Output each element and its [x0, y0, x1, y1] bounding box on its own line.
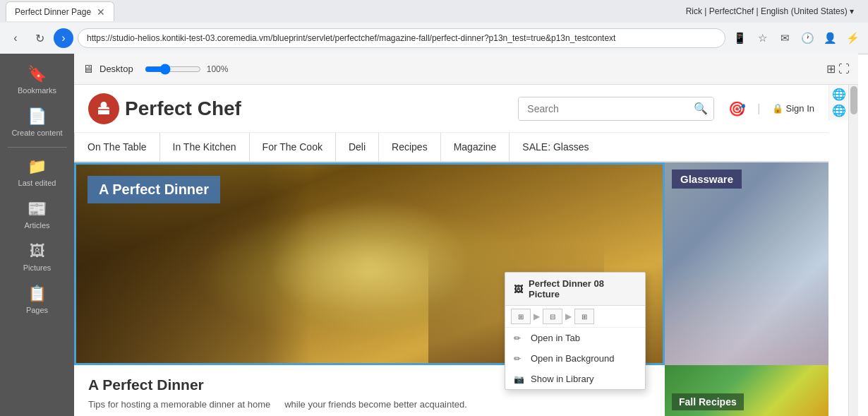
- tab-bar: Perfect Dinner Page ✕ Rick | PerfectChef…: [0, 0, 868, 23]
- zoom-slider[interactable]: [145, 64, 201, 75]
- pictures-icon: 🖼: [30, 242, 45, 261]
- ctx-open-background[interactable]: ✏ Open in Background: [505, 348, 645, 369]
- mail-icon[interactable]: ✉: [775, 28, 795, 48]
- nav-item-deli[interactable]: Deli: [336, 133, 379, 161]
- hero-title-badge: A Perfect Dinner: [88, 176, 220, 203]
- globe-icon[interactable]: 🌐: [832, 88, 846, 101]
- header-actions: 🎯 | 🔒 Sign In: [728, 100, 814, 117]
- ctx-library-icon: 📷: [514, 374, 525, 384]
- sidebar-item-pictures[interactable]: 🖼 Pictures: [6, 237, 69, 278]
- nav-item-magazine[interactable]: Magazine: [441, 133, 510, 161]
- search-input[interactable]: [519, 97, 688, 120]
- context-header-title: Perfect Dinner 08 Picture: [529, 278, 637, 299]
- ctx-icon-btn-3[interactable]: ⊞: [574, 309, 594, 324]
- create-icon: 📄: [28, 107, 47, 126]
- ctx-open-background-label: Open in Background: [531, 353, 615, 364]
- desktop-label: Desktop: [100, 64, 133, 74]
- tab-close-button[interactable]: ✕: [97, 6, 105, 18]
- ctx-open-tab[interactable]: ✏ Open in Tab: [505, 328, 645, 348]
- sidebar-item-last-edited[interactable]: 📁 Last edited: [6, 152, 69, 193]
- ctx-icon-btn-2[interactable]: ⊟: [543, 309, 562, 324]
- star-icon[interactable]: ☆: [752, 28, 772, 48]
- logo-icon: [88, 93, 119, 124]
- back-button[interactable]: ‹: [6, 28, 25, 48]
- scrollbar[interactable]: [848, 85, 858, 416]
- site-logo-text: Perfect Chef: [125, 97, 241, 120]
- scrollbar-thumb[interactable]: [850, 86, 857, 114]
- side-panel-1-title: Glassware: [672, 170, 742, 189]
- reload-button[interactable]: ↻: [30, 28, 49, 48]
- resize-icon[interactable]: ⊞: [826, 62, 836, 76]
- ctx-icon-btn-1[interactable]: ⊞: [511, 309, 531, 324]
- search-form: 🔍: [518, 97, 714, 121]
- user-info: Rick | PerfectChef | English (United Sta…: [677, 6, 862, 16]
- site-nav: On The Table In The Kitchen For The Cook…: [74, 133, 828, 162]
- side-panel-glassware: Glassware: [665, 162, 828, 365]
- monitor-icon: 🖥: [83, 63, 94, 76]
- cms-toolbar: 🖥 Desktop 100% ⊞ ⛶: [74, 54, 858, 85]
- nav-item-in-the-kitchen[interactable]: In The Kitchen: [160, 133, 250, 161]
- chef-icon: [95, 100, 112, 117]
- sidebar-item-articles[interactable]: 📰 Articles: [6, 194, 69, 235]
- active-tab[interactable]: Perfect Dinner Page ✕: [6, 1, 114, 21]
- globe2-icon[interactable]: 🌐: [832, 104, 846, 117]
- sidebar-item-create-label: Create content: [11, 129, 62, 137]
- forward-button[interactable]: ›: [54, 28, 73, 48]
- article-teaser: Tips for hosting a memorable dinner at h…: [88, 399, 651, 410]
- site-logo: Perfect Chef: [88, 93, 241, 124]
- zoom-percent: 100%: [207, 64, 229, 74]
- nav-item-recipes[interactable]: Recipes: [379, 133, 441, 161]
- sidebar-item-create[interactable]: 📄 Create content: [6, 102, 69, 143]
- nav-item-on-the-table[interactable]: On The Table: [74, 133, 160, 161]
- article-subtitle: Tips for hosting a memorable dinner at h…: [88, 399, 270, 410]
- sidebar-item-pictures-label: Pictures: [23, 263, 52, 272]
- context-icons-row: ⊞ ▶ ⊟ ▶ ⊞: [505, 306, 645, 328]
- articles-icon: 📰: [28, 200, 47, 218]
- browser-chrome: Perfect Dinner Page ✕ Rick | PerfectChef…: [0, 0, 868, 54]
- extensions-icon[interactable]: ⚡: [843, 28, 862, 48]
- sidebar-item-last-edited-label: Last edited: [18, 179, 56, 187]
- sidebar-item-pages-label: Pages: [26, 306, 48, 314]
- nav-item-sale[interactable]: SALE: Glasses: [510, 133, 601, 161]
- last-edited-icon: 📁: [28, 158, 47, 176]
- side-panel-2-title: Fall Recipes: [672, 393, 744, 410]
- right-panel: 🌐 🌐: [828, 85, 848, 120]
- side-column: Glassware Fall Recipes: [665, 162, 828, 416]
- fullscreen-icon[interactable]: ⛶: [838, 62, 850, 76]
- context-menu-header: 🖼 Perfect Dinner 08 Picture: [505, 273, 645, 306]
- ctx-open-tab-label: Open in Tab: [531, 333, 580, 343]
- context-header-icon: 🖼: [514, 284, 523, 295]
- article-desc: while your friends become better acquain…: [284, 399, 467, 410]
- history-icon[interactable]: 🕐: [797, 28, 817, 48]
- ctx-pencil-icon-1: ✏: [514, 333, 525, 343]
- website-area: 🌐 🌐 Perfect Chef 🔍 🎯 | 🔒 Sign In On The …: [74, 85, 858, 416]
- ctx-pencil-icon-2: ✏: [514, 354, 525, 364]
- tab-title: Perfect Dinner Page: [15, 7, 91, 17]
- sidebar-item-pages[interactable]: 📋 Pages: [6, 279, 69, 320]
- url-input[interactable]: [78, 28, 725, 48]
- site-header: Perfect Chef 🔍 🎯 | 🔒 Sign In: [74, 85, 828, 133]
- ctx-show-library[interactable]: 📷 Show in Library: [505, 369, 645, 389]
- target-icon[interactable]: 🎯: [728, 100, 746, 117]
- ctx-show-library-label: Show in Library: [531, 374, 594, 384]
- nav-item-for-the-cook[interactable]: For The Cook: [250, 133, 336, 161]
- cms-sidebar: 🔖 Bookmarks 📄 Create content 📁 Last edit…: [0, 54, 74, 416]
- bookmarks-icon: 🔖: [28, 65, 47, 83]
- browser-actions: 📱 ☆ ✉ 🕐 👤 ⚡: [730, 28, 862, 48]
- signin-button[interactable]: 🔒 Sign In: [772, 103, 814, 114]
- main-content: A Perfect Dinner A Perfect Dinner Tips f…: [74, 162, 828, 416]
- sidebar-divider: [8, 147, 67, 148]
- pages-icon: 📋: [28, 285, 47, 303]
- context-menu: 🖼 Perfect Dinner 08 Picture ⊞ ▶ ⊟ ▶ ⊞ ✏ …: [505, 272, 646, 390]
- side-panel-fall: Fall Recipes: [665, 365, 828, 416]
- mobile-icon[interactable]: 📱: [730, 28, 749, 48]
- sidebar-item-bookmarks-label: Bookmarks: [18, 86, 56, 95]
- search-button[interactable]: 🔍: [688, 97, 713, 120]
- sidebar-item-articles-label: Articles: [24, 221, 49, 230]
- sidebar-item-bookmarks[interactable]: 🔖 Bookmarks: [6, 59, 69, 100]
- profile-icon[interactable]: 👤: [820, 28, 840, 48]
- address-bar: ‹ ↻ › 📱 ☆ ✉ 🕐 👤 ⚡: [0, 23, 868, 54]
